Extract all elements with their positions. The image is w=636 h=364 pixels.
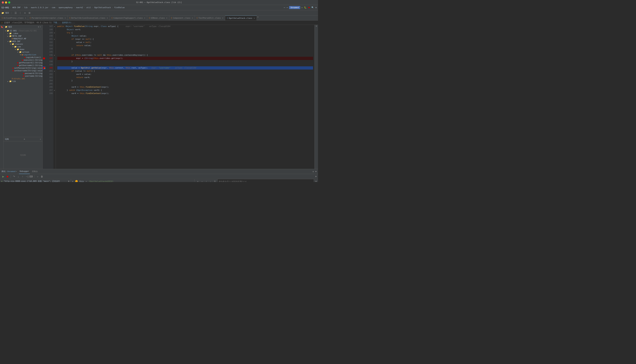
breakpoint-gutter[interactable]: ▶ (43, 25, 46, 169)
debug-tab-debugger[interactable]: Debugger (19, 169, 30, 174)
tree-getpassword[interactable]: ▶ ● getPassword():String (4, 62, 43, 64)
tree-manifest[interactable]: ▶ M MANIFEST.MF (4, 38, 43, 40)
nav-lib[interactable]: lib (24, 6, 28, 9)
nav-debug-icon[interactable]: 🐛 (304, 6, 307, 9)
code-area[interactable]: public Object findValue(String expr, Cla… (56, 25, 314, 169)
toolbar-btn-3[interactable]: ≡ (23, 11, 27, 15)
tree-idea[interactable]: ▶ 📁 .idea (4, 32, 43, 35)
debug-clear[interactable]: 🗑 (40, 175, 44, 178)
tree-classes[interactable]: ▼ 📁 classes (4, 43, 43, 46)
tree-username[interactable]: ▶ ● username:String (4, 75, 43, 77)
window-controls[interactable] (2, 2, 10, 4)
watch-copy-btn[interactable]: ⎘ (213, 180, 217, 182)
debug-step-into[interactable]: ↓ (17, 175, 20, 178)
toolbar-btn-2[interactable]: ⋮ (19, 11, 22, 15)
toolbar-btn-4[interactable]: ⚙ (28, 11, 31, 15)
tree-action[interactable]: ▼ 📁 action (4, 51, 43, 54)
unnamed-dropdown[interactable]: Unnamed (289, 6, 300, 9)
nav-run-icon[interactable]: ▶ (302, 6, 303, 9)
debug-collapse-icon[interactable]: ▼ (315, 170, 317, 173)
debug-run-to-cursor[interactable]: →| (25, 175, 29, 178)
nav-icon-2[interactable]: ⟶ (287, 6, 288, 9)
tab-close-uib[interactable]: × (166, 17, 167, 19)
watch-add-btn[interactable]: + (196, 180, 200, 182)
tree-com[interactable]: ▼ 📁 com (4, 46, 43, 48)
maximize-button[interactable] (8, 2, 10, 4)
debug-session[interactable]: Unnamed (7, 170, 16, 172)
fold-191[interactable]: ▶ (54, 38, 56, 41)
tree-root[interactable]: ▼ 📁 S2-001 ~/Downloads/S2-001 (4, 30, 43, 32)
left-icon-bookmarks[interactable]: 🔖 (1, 26, 3, 28)
nav-search-icon[interactable]: 🔍 (311, 6, 314, 9)
nav-icon-1[interactable]: ⟵ (284, 6, 285, 9)
nav-util[interactable]: util (86, 6, 91, 9)
var-this[interactable]: ▶ this = {OgnlValueStack@3816} (71, 180, 195, 182)
debug-mute-bp[interactable]: ○ (36, 175, 40, 178)
tab-parametersinterceptor[interactable]: C ParametersInterceptor.class × (28, 16, 68, 20)
nav-jar[interactable]: xwork-2.0.3.jar (31, 6, 48, 9)
watch-down-btn[interactable]: ↓ (209, 180, 212, 182)
tree-setpassword[interactable]: ▶ ● setPassword(String):void (4, 67, 43, 69)
debug-filter-icon[interactable]: ▼ (315, 175, 317, 178)
debug-settings-icon[interactable]: ⚙ (313, 170, 314, 173)
debug-thread-item[interactable]: ▶ "http-nio-8088-exec-1"@3,809 在组 "main"… (2, 180, 69, 182)
debug-step-over[interactable]: ↷ (12, 175, 16, 178)
debug-step-out[interactable]: ↑ (21, 175, 24, 178)
watch-input[interactable] (217, 179, 314, 182)
tab-close-pi[interactable]: × (65, 17, 66, 19)
structure-close-icon[interactable]: × (40, 138, 41, 140)
tab-defaultaction[interactable]: C DefaultActionInvocation.class × (68, 16, 110, 20)
nav-ognlvaluestack[interactable]: OgnlValueStack (94, 6, 111, 9)
thread-filter-icon[interactable]: ▼ (68, 180, 69, 182)
debug-tab-console[interactable]: 控制台 (31, 169, 39, 174)
watch-remove-btn[interactable]: − (200, 180, 204, 182)
watch-up-btn[interactable]: ↑ (205, 180, 208, 182)
tab-close-comp[interactable]: × (192, 17, 193, 19)
decompile-download[interactable]: 下载... (53, 21, 61, 24)
nav-webinf[interactable]: WEB-INF (13, 6, 21, 9)
nav-com[interactable]: com (52, 6, 55, 9)
nav-stop-icon[interactable]: ⏹ (308, 6, 310, 9)
project-root-nav[interactable]: S2-001 (2, 6, 9, 9)
breakpoint-197[interactable] (43, 57, 45, 60)
debug-session-close[interactable]: × (16, 170, 17, 172)
fold-196[interactable]: ▶ (54, 54, 56, 57)
structure-gear-icon[interactable]: ⚙ (24, 138, 25, 140)
tree-execute[interactable]: ▶ ● execute():String (4, 59, 43, 62)
nav-gear-icon[interactable]: ⚙ (315, 6, 317, 9)
tab-textparseutil[interactable]: C TextParseUtil.class × (195, 16, 225, 20)
debug-resume-btn[interactable]: ▶ (2, 175, 5, 178)
nav-findvalue[interactable]: findValue (114, 6, 125, 9)
tree-lib[interactable]: ▶ 📁 lib (4, 80, 43, 83)
fold-201[interactable]: ▶ (54, 70, 56, 73)
sidebar-gear-icon[interactable]: ⚙ (38, 26, 39, 28)
watch-dropdown-icon[interactable]: ▼ (315, 180, 317, 182)
fold-207[interactable]: ▶ (54, 89, 56, 92)
tree-meta-inf[interactable]: ▶ 📁 META-INF (4, 35, 43, 38)
tab-close-actionproxy[interactable]: × (25, 17, 26, 19)
tree-webinf[interactable]: ▼ 📁 WEB-INF (4, 40, 43, 43)
toolbar-btn-1[interactable]: ☰ (14, 11, 18, 15)
sidebar-close-icon[interactable]: × (40, 26, 41, 28)
tab-actionproxy[interactable]: C ActionProxy.class × (0, 16, 28, 20)
tab-componenttag[interactable]: C ComponentTagSupport.class × (110, 16, 147, 20)
tab-component[interactable]: C Component.class × (169, 16, 195, 20)
fold-189[interactable]: ▶ (54, 31, 56, 34)
tree-struts-xml[interactable]: ▶ X struts.xml (4, 77, 43, 80)
tab-uibean[interactable]: C UIBean.class × (147, 16, 169, 20)
minimize-button[interactable] (5, 2, 7, 4)
tree-setusername[interactable]: ▶ ● setUsername(String):void (4, 69, 43, 72)
tabs-more[interactable]: ▸ (258, 16, 259, 20)
tree-loginaction-class[interactable]: ▼ ● LoginAction (4, 54, 43, 56)
tree-getusername[interactable]: ▶ ● getUsername():String (4, 64, 43, 67)
tree-loginaction-ctor[interactable]: ▶ ● LoginAction() (4, 56, 43, 59)
tab-close-da[interactable]: × (107, 17, 108, 19)
tab-close-ct[interactable]: × (144, 17, 145, 19)
tree-demo[interactable]: ▼ 📁 demo (4, 48, 43, 51)
close-button[interactable] (2, 2, 4, 4)
tab-close-tpu[interactable]: × (222, 17, 223, 19)
nav-xwork2[interactable]: xwork2 (76, 6, 83, 9)
nav-opensymphony[interactable]: opensymphony (59, 6, 73, 9)
debug-evaluate[interactable]: ⌨ (29, 175, 33, 178)
tab-close-ovs[interactable]: × (254, 17, 255, 19)
